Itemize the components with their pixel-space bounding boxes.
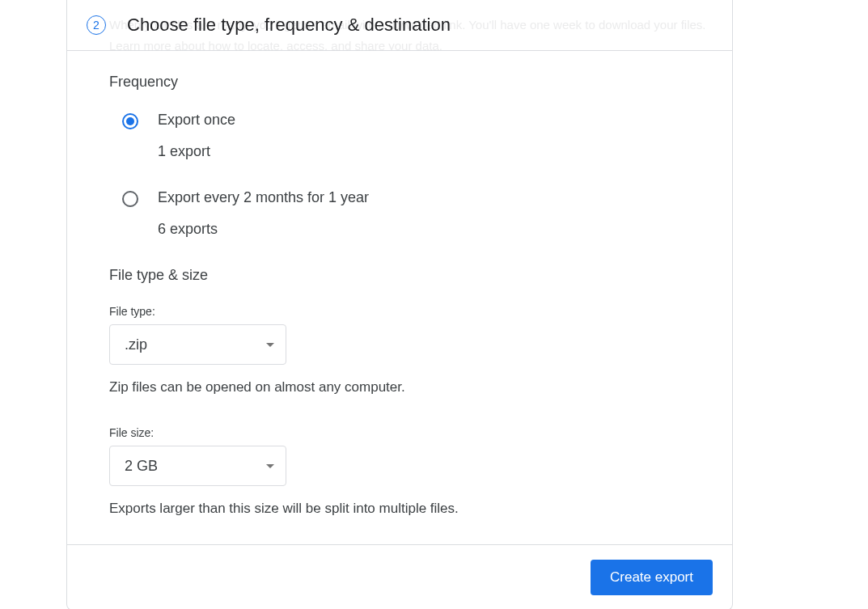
file-size-helper: Exports larger than this size will be sp… <box>109 501 690 517</box>
filetype-section: File type & size File type: .zip Zip fil… <box>109 267 690 517</box>
file-size-label: File size: <box>109 426 690 439</box>
step-body: Frequency Export once 1 export <box>67 51 732 544</box>
frequency-option-recurring: Export every 2 months for 1 year 6 expor… <box>122 189 690 238</box>
create-export-button[interactable]: Create export <box>591 560 713 595</box>
radio-dot-icon <box>126 117 134 125</box>
file-size-field: File size: 2 GB Exports larger than this… <box>109 426 690 517</box>
step-number-badge: 2 <box>87 15 106 35</box>
file-type-label: File type: <box>109 305 690 318</box>
radio-export-once[interactable] <box>122 113 138 129</box>
filetype-heading: File type & size <box>109 267 690 284</box>
radio-label: Export once <box>158 112 235 129</box>
file-size-select[interactable]: 2 GB <box>109 446 286 486</box>
radio-sublabel: 6 exports <box>158 221 369 238</box>
file-type-select[interactable]: .zip <box>109 324 286 365</box>
radio-sublabel: 1 export <box>158 143 235 160</box>
chevron-down-icon <box>266 464 274 468</box>
export-step-panel: When your files are ready, you'll get an… <box>66 0 733 609</box>
step-header: When your files are ready, you'll get an… <box>67 0 732 51</box>
radio-export-recurring[interactable] <box>122 191 138 207</box>
step-title: Choose file type, frequency & destinatio… <box>127 15 451 36</box>
file-size-value: 2 GB <box>125 458 158 475</box>
step-row: 2 Choose file type, frequency & destinat… <box>87 15 713 36</box>
file-type-field: File type: .zip Zip files can be opened … <box>109 305 690 395</box>
chevron-down-icon <box>266 343 274 347</box>
radio-label: Export every 2 months for 1 year <box>158 189 369 206</box>
frequency-heading: Frequency <box>109 74 690 91</box>
panel-footer: Create export <box>67 544 732 609</box>
file-type-helper: Zip files can be opened on almost any co… <box>109 379 690 395</box>
file-type-value: .zip <box>125 336 147 353</box>
frequency-option-once: Export once 1 export <box>122 112 690 160</box>
frequency-radio-group: Export once 1 export Export every 2 mont… <box>109 112 690 238</box>
